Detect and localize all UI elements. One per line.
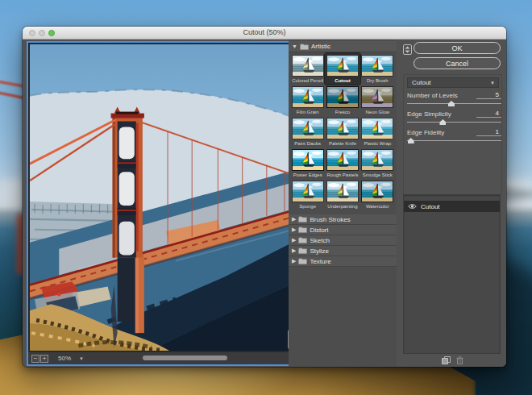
filter-thumbnail-image — [326, 55, 359, 77]
filter-thumbnail-label: Colored Pencil — [292, 78, 323, 84]
zoom-level-value[interactable]: 50% — [58, 355, 71, 362]
effect-layer-actions — [401, 356, 504, 364]
filter-group-collapsed[interactable]: ▶ Distort — [289, 225, 397, 235]
disclosure-open-icon: ▼ — [292, 44, 297, 50]
eye-icon[interactable] — [408, 203, 417, 210]
filter-browser-pane: ▼ Artistic — [289, 40, 397, 367]
filter-thumbnail[interactable]: Underpainting — [325, 179, 360, 210]
disclosure-closed-icon: ▶ — [292, 247, 296, 254]
filter-thumbnail-image — [361, 118, 393, 139]
settings-pane: OK Cancel Cutout ▼ Number of Levels 5 — [401, 40, 504, 367]
slider-value-field[interactable]: 4 — [476, 110, 501, 118]
slider-thumb[interactable] — [448, 101, 455, 106]
filter-thumbnail[interactable]: Neon Glow — [360, 85, 395, 116]
filter-thumbnail-label: Palette Knife — [329, 141, 356, 147]
filter-thumbnail-image — [326, 149, 359, 171]
filter-thumbnail[interactable]: Smudge Stick — [360, 148, 395, 179]
filter-thumbnail[interactable]: Cutout — [325, 53, 360, 85]
filter-group-label: Sketch — [310, 237, 329, 244]
filter-select-dropdown[interactable]: Cutout ▼ — [407, 77, 499, 88]
zoom-out-button[interactable]: − — [31, 355, 39, 363]
slider-group: Edge Simplicity 4 — [407, 108, 501, 126]
slider-group: Edge Fidelity 1 — [407, 127, 501, 144]
slider-track[interactable] — [407, 136, 501, 144]
slider-value-field[interactable]: 1 — [476, 128, 501, 136]
filter-thumbnail[interactable]: Rough Pastels — [325, 148, 360, 179]
filter-group-collapsed[interactable]: ▶ Stylize — [289, 246, 397, 256]
collapse-filter-pane-button[interactable] — [403, 44, 412, 55]
slider-value-field[interactable]: 5 — [476, 91, 501, 99]
chevron-down-icon: ▼ — [490, 79, 495, 88]
cancel-button[interactable]: Cancel — [414, 57, 501, 69]
filter-thumbnail-label: Plastic Wrap — [364, 141, 392, 147]
filter-thumbnail[interactable]: Poster Edges — [290, 148, 325, 179]
filter-thumbnail-label: Smudge Stick — [363, 173, 393, 178]
slider-track[interactable] — [407, 99, 501, 107]
close-button[interactable] — [29, 30, 35, 36]
dialog-body: − + 50% ▼ ▼ Artistic — [23, 40, 506, 367]
filter-thumbnail-label: Poster Edges — [293, 173, 322, 178]
filter-thumbnail[interactable]: Film Grain — [290, 85, 325, 116]
filter-thumbnail[interactable]: Fresco — [325, 85, 360, 116]
ok-button[interactable]: OK — [414, 42, 501, 54]
filter-thumbnail-label: Neon Glow — [365, 110, 389, 115]
filter-thumbnail-label: Sponge — [299, 204, 316, 210]
filter-thumbnail-label: Dry Brush — [367, 78, 389, 84]
filter-thumbnail-image — [292, 86, 324, 108]
filter-thumbnail-grid: Colored Pencil — [289, 52, 397, 210]
filter-thumbnail-label: Watercolor — [366, 204, 389, 210]
filter-thumbnail[interactable]: Watercolor — [360, 179, 395, 210]
filter-group-artistic[interactable]: ▼ Artistic — [289, 41, 397, 52]
filter-thumbnail-image — [361, 181, 393, 202]
folder-icon — [300, 44, 309, 50]
filter-thumbnail-image — [361, 55, 393, 77]
filter-group-label: Stylize — [310, 247, 329, 255]
filter-thumbnail[interactable]: Palette Knife — [325, 116, 360, 148]
filter-thumbnail-image — [361, 149, 393, 171]
filter-thumbnail[interactable]: Sponge — [290, 179, 325, 210]
minimize-button[interactable] — [39, 30, 45, 36]
new-effect-layer-icon[interactable] — [442, 356, 451, 364]
filter-group-label: Brush Strokes — [310, 216, 350, 223]
folder-icon — [298, 227, 307, 233]
filter-thumbnail[interactable]: Colored Pencil — [290, 53, 325, 85]
preview-statusbar: − + 50% ▼ — [28, 351, 293, 364]
window-title: Cutout (50%) — [23, 27, 506, 39]
double-arrow-icon — [405, 46, 410, 53]
zoom-in-button[interactable]: + — [40, 355, 48, 363]
slider-group: Number of Levels 5 — [407, 89, 501, 107]
filter-thumbnail-image — [361, 86, 393, 108]
preview-horizontal-scrollbar[interactable] — [143, 356, 227, 360]
disclosure-closed-icon: ▶ — [292, 258, 296, 264]
filter-group-label: Texture — [310, 258, 330, 265]
filter-thumbnail-image — [292, 149, 324, 171]
zoom-button[interactable] — [48, 30, 55, 36]
effect-layer-row[interactable]: Cutout — [404, 201, 500, 212]
traffic-lights — [29, 30, 55, 36]
filter-thumbnail-image — [326, 86, 359, 108]
effect-layers-list: Cutout — [403, 194, 501, 354]
preview-canvas[interactable] — [28, 43, 293, 352]
filter-group-collapsed[interactable]: ▶ Brush Strokes — [289, 214, 397, 225]
filter-group-label: Distort — [310, 227, 328, 234]
slider-track[interactable] — [407, 118, 501, 126]
filter-thumbnail-label: Film Grain — [297, 110, 319, 115]
delete-effect-layer-icon[interactable] — [456, 356, 463, 364]
filter-group-collapsed[interactable]: ▶ Sketch — [289, 235, 397, 246]
filter-thumbnail-label: Fresco — [335, 110, 350, 115]
slider-thumb[interactable] — [408, 138, 414, 143]
preview-pane: − + 50% ▼ — [27, 41, 294, 366]
filter-thumbnail[interactable]: Dry Brush — [360, 53, 395, 85]
filter-gallery-dialog: Cutout (50%) — [23, 27, 506, 367]
folder-icon — [298, 216, 307, 222]
slider-label: Number of Levels — [407, 92, 458, 99]
folder-icon — [298, 258, 307, 264]
filter-thumbnail[interactable]: Paint Daubs — [290, 116, 325, 148]
filter-thumbnail[interactable]: Plastic Wrap — [360, 116, 395, 148]
slider-thumb[interactable] — [439, 119, 446, 125]
window-titlebar[interactable]: Cutout (50%) — [23, 27, 506, 40]
filter-thumbnail-label: Rough Pastels — [326, 173, 358, 178]
filter-thumbnail-image — [326, 181, 359, 202]
zoom-menu-chevron-icon[interactable]: ▼ — [79, 356, 84, 361]
filter-group-collapsed[interactable]: ▶ Texture — [289, 256, 397, 267]
